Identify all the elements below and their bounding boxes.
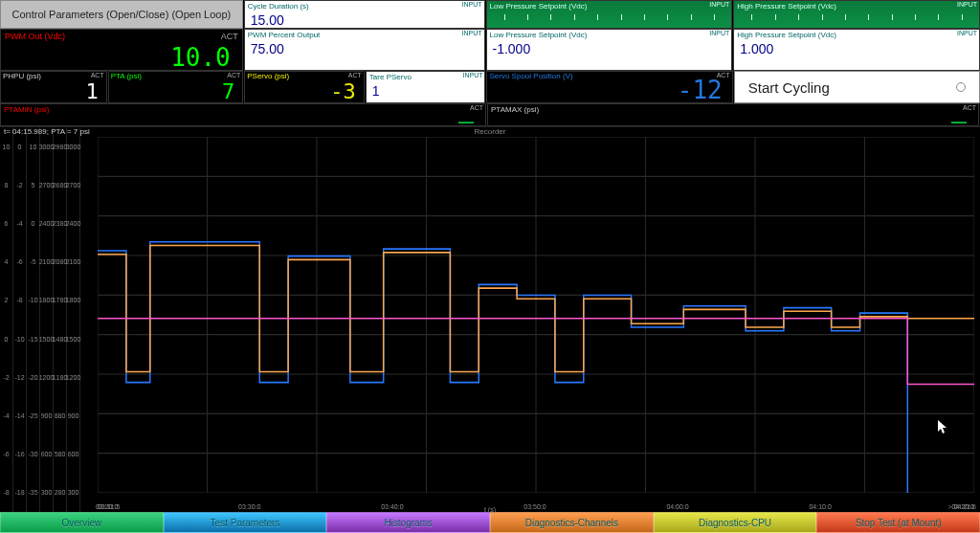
pwm-percent-input[interactable]: PWM Percent Output INPUT 75.00 — [244, 29, 485, 71]
high-pressure-setpoint-slider[interactable]: High Pressure Setpoint (Vdc) INPUT — [733, 0, 980, 29]
nav-histograms[interactable]: Histograms — [326, 512, 490, 533]
pta-min-readout: PTAMIN (psi) ACT — — [0, 103, 486, 126]
nav-test-parameters[interactable]: Test Parameters — [164, 512, 327, 533]
nav-overview[interactable]: Overview — [0, 512, 164, 533]
control-parameters-label: Control Parameters (Open/Close) (Open Lo… — [12, 9, 232, 20]
plot-area[interactable] — [98, 137, 974, 493]
bottom-nav: OverviewTest ParametersHistogramsDiagnos… — [0, 512, 980, 533]
trace — [98, 242, 907, 493]
pwm-out-readout: PWM Out (Vdc)ACT 10.0 — [0, 29, 243, 71]
status-indicator-icon — [956, 82, 966, 92]
tare-pservo-input[interactable]: Tare PServo INPUT 1 — [366, 71, 486, 103]
servo-spool-position-readout: Servo Spool Position (V) ACT -12 — [486, 71, 732, 103]
nav-stop-test-at-mount-[interactable]: Stop Test (at Mount) — [816, 512, 980, 533]
nav-diagnostics-channels[interactable]: Diagnostics-Channels — [490, 512, 654, 533]
y-axis-servo-spool-v-: 0-2-4-6-8-10-12-14-16-18 — [13, 127, 27, 512]
pta-readout: PTA (psi) ACT 7 — [108, 71, 244, 103]
cycle-duration-input[interactable]: Cycle Duration (s) INPUT 15.00 — [244, 0, 485, 29]
low-pressure-setpoint-slider[interactable]: Low Pressure Setpoint (Vdc) INPUT — [486, 0, 733, 29]
chart-tooltip: t= 04:15.989; PTA = 7 psi — [4, 127, 90, 136]
y-axis-pta-psi-: 3000270024002100180015001200900600300 — [67, 127, 80, 512]
low-pressure-setpoint-input[interactable]: Low Pressure Setpoint (Vdc) INPUT -1.000 — [486, 29, 733, 71]
y-axis-cycle-profile-vdc-: 1086420-2-4-6-8 — [0, 127, 13, 512]
phpu-readout: PHPU (psi) ACT 1 — [0, 71, 107, 103]
pservo-readout: PServo (psi) ACT -3 — [244, 71, 365, 103]
high-pressure-setpoint-input[interactable]: High Pressure Setpoint (Vdc) INPUT 1.000 — [733, 29, 980, 71]
recorder-chart[interactable]: Recorder t= 04:15.989; PTA = 7 psi 10864… — [0, 126, 980, 512]
control-parameters-button[interactable]: Control Parameters (Open/Close) (Open Lo… — [0, 0, 243, 29]
nav-diagnostics-cpu[interactable]: Diagnostics-CPU — [654, 512, 817, 533]
x-axis: 03:20:003:30:003:40:003:50:004:00:004:10… — [96, 503, 974, 510]
pta-max-readout: PTAMAX (psi) ACT — — [487, 103, 979, 126]
y-axis-stack: 1086420-2-4-6-80-2-4-6-8-10-12-14-16-181… — [0, 127, 96, 512]
start-cycling-button[interactable]: Start Cycling — [734, 71, 980, 103]
